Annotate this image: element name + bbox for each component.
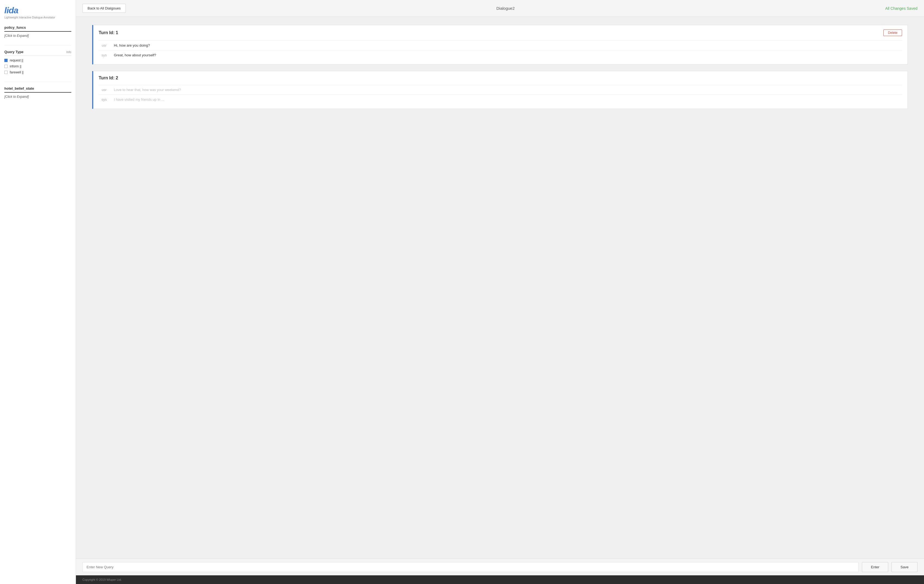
utterance-text-1-sys: Great, how about yourself? (114, 53, 156, 57)
divider-1 (4, 45, 71, 46)
hotel-belief-state-expand[interactable]: [Click to Expand] (4, 95, 71, 99)
logo-subtitle: Lightweight Interactive Dialogue Annotat… (4, 16, 71, 19)
turn-id-1: Turn Id: 1 (99, 30, 118, 35)
checkbox-farewell[interactable]: farewell || (4, 71, 71, 74)
policy-funcs-expand[interactable]: [Click to Expand] (4, 34, 71, 38)
back-button[interactable]: Back to All Dialgoues (82, 4, 126, 13)
turn-id-2: Turn Id: 2 (99, 76, 118, 81)
utterance-row-2-sys: sys I have visited my friends up in ... (99, 95, 902, 104)
utterance-text-2-usr: Love to hear that, how was your weekend? (114, 88, 181, 92)
bottom-bar: Enter Save (76, 559, 924, 575)
checkbox-request[interactable]: request || (4, 59, 71, 62)
checkbox-inform-label: inform || (10, 64, 21, 68)
utterance-row-1-usr: usr Hi, how are you doing? (99, 40, 902, 50)
utterance-text-2-sys: I have visited my friends up in ... (114, 97, 164, 102)
hotel-belief-state-title: hotel_belief_state (4, 86, 71, 93)
policy-funcs-section: policy_funcs [Click to Expand] (4, 25, 71, 38)
checkbox-farewell-label: farewell || (10, 71, 23, 74)
hotel-belief-state-section: hotel_belief_state [Click to Expand] (4, 86, 71, 99)
logo-text: lida (4, 5, 71, 15)
policy-funcs-title: policy_funcs (4, 25, 71, 32)
logo: lida Lightweight Interactive Dialogue An… (4, 5, 71, 19)
checkbox-request-box[interactable] (4, 59, 8, 62)
turn-card-2: Turn Id: 2 usr Love to hear that, how wa… (92, 71, 908, 109)
sidebar: lida Lightweight Interactive Dialogue An… (0, 0, 76, 584)
copyright: Copyright © 2019 Wluper Ltd. (82, 578, 122, 581)
query-type-info[interactable]: Info (66, 50, 71, 54)
main-area: Back to All Dialgoues Dialogue2 All Chan… (76, 0, 924, 575)
speaker-usr-2: usr (99, 88, 109, 92)
checkbox-request-label: request || (10, 59, 23, 62)
delete-button-1[interactable]: Delete (883, 30, 902, 36)
checkbox-inform-box[interactable] (4, 65, 8, 68)
query-type-title: Query Type (4, 50, 23, 54)
enter-button[interactable]: Enter (862, 562, 888, 572)
turn-card-1: Turn Id: 1 Delete usr Hi, how are you do… (92, 25, 908, 64)
query-input[interactable] (82, 562, 859, 572)
divider-2 (4, 82, 71, 82)
dialogue-title: Dialogue2 (497, 6, 515, 11)
utterance-row-1-sys: sys Great, how about yourself? (99, 50, 902, 60)
content-area: Turn Id: 1 Delete usr Hi, how are you do… (76, 17, 924, 559)
speaker-sys-1: sys (99, 53, 109, 57)
speaker-sys-2: sys (99, 97, 109, 102)
save-status: All Changes Saved (885, 6, 917, 11)
utterance-row-2-usr: usr Love to hear that, how was your week… (99, 85, 902, 95)
save-button[interactable]: Save (891, 562, 917, 572)
utterance-text-1-usr: Hi, how are you doing? (114, 43, 150, 48)
speaker-usr-1: usr (99, 43, 109, 48)
query-type-section: Query Type Info request || inform || far… (4, 50, 71, 74)
turn-header-2: Turn Id: 2 (99, 76, 902, 81)
query-type-header: Query Type Info (4, 50, 71, 56)
footer: Copyright © 2019 Wluper Ltd. (76, 575, 924, 584)
header: Back to All Dialgoues Dialogue2 All Chan… (76, 0, 924, 17)
checkbox-inform[interactable]: inform || (4, 64, 71, 68)
turn-header-1: Turn Id: 1 Delete (99, 30, 902, 36)
checkbox-farewell-box[interactable] (4, 71, 8, 74)
